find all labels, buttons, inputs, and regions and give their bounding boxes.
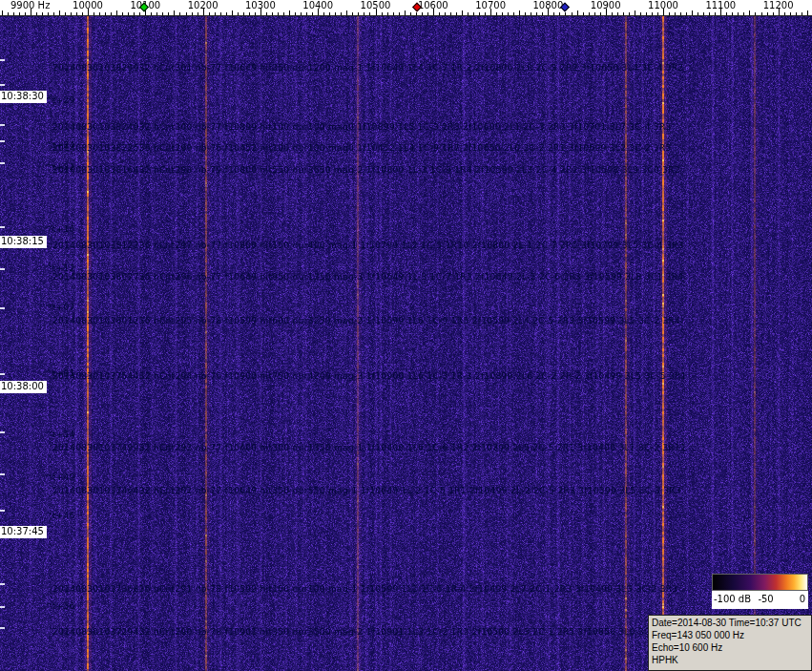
ruler-tick (796, 12, 797, 15)
ruler-tick (732, 12, 733, 15)
waterfall-overlay: 20140830103829932 hCnt301 nb-77 f10649 h… (0, 0, 812, 671)
meteor-event-text: 20140830103729432 hCnt290 nb-78 f10901 h… (52, 627, 680, 637)
ruler-tick (156, 12, 157, 15)
time-tick (0, 59, 5, 61)
ruler-tick (416, 12, 417, 15)
ruler-tick (519, 10, 520, 15)
ruler-tick (594, 12, 595, 15)
ruler-tick (238, 12, 239, 15)
frequency-ruler[interactable]: 9900 Hz100001010010200103001040010500106… (0, 0, 812, 16)
ruler-tick (48, 12, 49, 15)
ruler-tick (680, 12, 681, 15)
ruler-tick (116, 10, 117, 15)
ruler-tick (405, 10, 406, 15)
ruler-tick (709, 12, 710, 15)
ruler-tick (496, 12, 497, 15)
ruler-freq-label: 10900 (591, 0, 621, 10)
ruler-tick (25, 12, 26, 15)
meteor-echo-spectrogram-app: 9900 Hz100001010010200103001040010500106… (0, 0, 812, 671)
ruler-tick (36, 12, 37, 15)
ruler-tick (53, 12, 54, 15)
ruler-tick (255, 12, 256, 15)
ruler-tick (323, 12, 324, 15)
ruler-tick (697, 12, 698, 15)
ruler-tick (8, 12, 9, 15)
ruler-tick (542, 12, 543, 15)
info-station-id: HPHK (652, 654, 808, 666)
ruler-freq-label: 10800 (532, 0, 563, 10)
ruler-tick (749, 10, 750, 15)
ruler-tick (243, 12, 244, 15)
ruler-tick (600, 12, 601, 15)
time-tick (0, 510, 5, 512)
ruler-tick (525, 12, 526, 15)
relative-time-marker: ^t+46 (45, 511, 75, 520)
ruler-tick (502, 12, 503, 15)
ruler-tick (422, 12, 423, 15)
ruler-tick (2, 10, 3, 15)
time-axis-label: 10:38:30 (0, 91, 47, 103)
ruler-tick (439, 12, 440, 15)
ruler-tick (536, 12, 537, 15)
ruler-tick (220, 12, 221, 15)
time-tick (0, 162, 5, 164)
db-min-label: -100 dB (714, 591, 751, 608)
info-date-time: Date=2014-08-30 Time=10:37 UTC (652, 617, 808, 629)
ruler-freq-label: 10000 (73, 0, 103, 10)
ruler-tick (192, 12, 193, 15)
ruler-tick (635, 10, 635, 15)
ruler-tick (122, 12, 123, 15)
ruler-tick (335, 12, 336, 15)
ruler-freq-label: 9900 Hz (10, 0, 50, 10)
ruler-tick (186, 12, 187, 15)
ruler-tick (111, 12, 112, 15)
meteor-event-text: 20140830103746432 hCnt292 nb-77 f10649 h… (52, 486, 681, 495)
ruler-freq-label: 11200 (763, 0, 794, 10)
ruler-tick (249, 12, 250, 15)
ruler-tick (738, 12, 739, 15)
time-tick (0, 431, 5, 433)
ruler-freq-label: 10700 (475, 0, 506, 10)
relative-time-marker: ^t+49 (45, 472, 75, 482)
relative-time-marker: ^t+07 (45, 303, 75, 312)
ruler-tick (715, 12, 716, 15)
ruler-tick (755, 12, 756, 15)
ruler-tick (393, 12, 394, 15)
time-tick (0, 473, 5, 475)
ruler-tick (743, 12, 744, 15)
ruler-tick (346, 10, 347, 15)
time-tick (0, 307, 5, 309)
meteor-event-text: 20140830103749932 hCnt293 nb-77 f10400 h… (52, 443, 686, 452)
time-tick (0, 583, 5, 585)
ruler-tick (283, 12, 284, 15)
ruler-tick (226, 12, 227, 15)
ruler-tick (134, 12, 135, 15)
ruler-tick (369, 12, 370, 15)
ruler-tick (773, 12, 774, 15)
ruler-tick (76, 12, 77, 15)
ruler-tick (462, 10, 463, 15)
time-tick (0, 606, 5, 608)
db-scale-labels: -100 dB -50 0 (712, 591, 808, 609)
ruler-tick (468, 12, 468, 15)
ruler-tick (209, 12, 210, 15)
ruler-tick (767, 12, 768, 15)
meteor-event-text: 20140830103829932 hCnt301 nb-77 f10649 h… (52, 63, 683, 73)
ruler-tick (646, 12, 647, 15)
ruler-tick (629, 12, 630, 15)
ruler-tick (652, 12, 653, 15)
time-tick (0, 84, 5, 86)
db-mid-label: -50 (758, 591, 773, 608)
ruler-tick (329, 12, 330, 15)
ruler-tick (139, 12, 140, 15)
meteor-event-text: 20140830103824932 hCnt300 nb-77 f10899 h… (52, 122, 672, 132)
ruler-tick (479, 12, 480, 15)
ruler-freq-label: 11000 (648, 0, 678, 10)
relative-time-marker: ^t+54 (45, 430, 75, 439)
time-axis-label: 10:37:45 (0, 526, 47, 538)
ruler-tick (232, 10, 233, 15)
ruler-tick (445, 12, 446, 15)
ruler-tick (162, 12, 163, 15)
ruler-tick (692, 10, 693, 15)
info-echo-frequency: Echo=10 600 Hz (652, 641, 808, 654)
